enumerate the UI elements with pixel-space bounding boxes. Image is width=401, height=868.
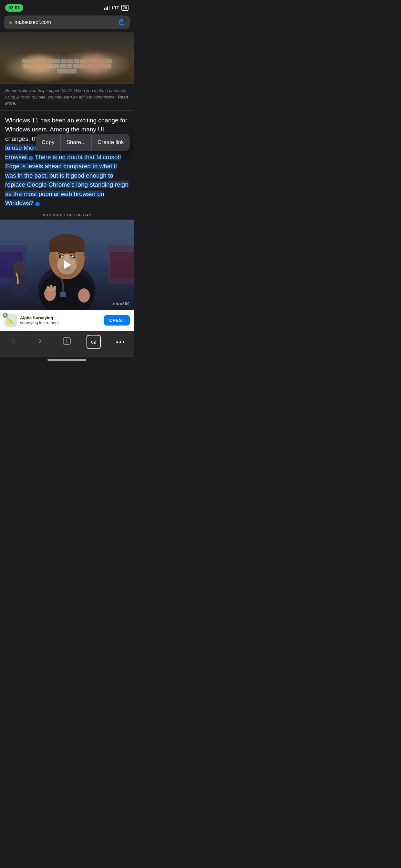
selection-handle-start xyxy=(29,156,33,160)
play-button[interactable] xyxy=(57,255,76,275)
new-tab-button[interactable] xyxy=(60,335,74,349)
affiliate-notice: Readers like you help support MUO. When … xyxy=(0,83,134,111)
video-section-label: MUO VIDEO OF THE DAY xyxy=(5,208,128,220)
tabs-button[interactable]: 62 xyxy=(87,335,101,349)
selected-text-2: There is no doubt that Microsoft Edge is… xyxy=(5,154,128,207)
signal-bar-3 xyxy=(107,6,108,10)
article-content: Windows 11 has been an exciting change f… xyxy=(0,111,134,220)
lte-label: LTE xyxy=(112,5,120,10)
hero-image xyxy=(0,32,134,83)
domain-text: makeuseof.com xyxy=(14,20,51,25)
back-button[interactable] xyxy=(6,335,20,349)
ad-title: Alpha Surveying xyxy=(20,315,101,320)
share-menu-item[interactable]: Share... xyxy=(61,134,92,151)
video-thumbnail: nsta360 xyxy=(0,220,134,310)
ad-open-button[interactable]: OPEN › xyxy=(104,315,130,326)
svg-rect-8 xyxy=(111,252,134,278)
affiliate-text: Readers like you help support MUO. When … xyxy=(5,88,128,106)
article-text: Windows 11 has been an exciting change f… xyxy=(5,116,128,208)
svg-rect-11 xyxy=(60,292,66,297)
context-menu[interactable]: Copy Share... Create link xyxy=(36,134,130,151)
share-icon[interactable] xyxy=(118,18,125,27)
svg-rect-15 xyxy=(49,244,85,252)
selection-handle-end xyxy=(35,202,40,206)
video-watermark: nsta360 xyxy=(113,302,130,306)
play-icon xyxy=(64,260,71,269)
ad-close-button[interactable]: ✕ xyxy=(3,313,8,318)
create-link-menu-item[interactable]: Create link xyxy=(92,134,129,151)
signal-bars xyxy=(104,5,110,10)
status-time: 02:01 xyxy=(5,4,23,11)
tabs-count: 62 xyxy=(91,340,96,345)
bottom-toolbar: 62 xyxy=(0,331,134,357)
copy-menu-item[interactable]: Copy xyxy=(36,134,61,151)
home-indicator xyxy=(0,357,134,363)
status-right: LTE 79 xyxy=(104,5,128,11)
address-bar[interactable]: ⚠ makeuseof.com xyxy=(4,16,130,29)
plus-icon xyxy=(62,337,71,347)
home-pill xyxy=(48,359,86,361)
signal-bar-1 xyxy=(104,8,105,10)
video-container[interactable]: nsta360 xyxy=(0,220,134,310)
more-button[interactable] xyxy=(113,335,127,349)
battery-percentage: 79 xyxy=(121,5,128,11)
forward-icon xyxy=(36,337,44,347)
warning-icon: ⚠ xyxy=(8,20,12,25)
ad-open-label: OPEN xyxy=(109,318,122,323)
status-bar: 02:01 LTE 79 xyxy=(0,0,134,14)
svg-point-27 xyxy=(13,261,26,275)
more-icon xyxy=(116,341,124,343)
signal-bar-2 xyxy=(105,7,106,10)
ad-subtitle: surveying instrument xyxy=(20,320,101,325)
battery: 79 xyxy=(121,5,128,11)
ad-icon-wrap: 📐 ✕ xyxy=(4,314,17,327)
back-icon xyxy=(9,337,17,347)
ad-info: Alpha Surveying surveying instrument xyxy=(20,315,101,325)
ad-banner[interactable]: 📐 ✕ Alpha Surveying surveying instrument… xyxy=(0,310,134,331)
keyboard-visual xyxy=(0,32,134,83)
forward-button[interactable] xyxy=(33,335,47,349)
ad-chevron: › xyxy=(123,318,125,323)
address-content: ⚠ makeuseof.com xyxy=(8,20,51,25)
signal-bar-4 xyxy=(109,5,110,10)
svg-point-22 xyxy=(78,288,90,303)
